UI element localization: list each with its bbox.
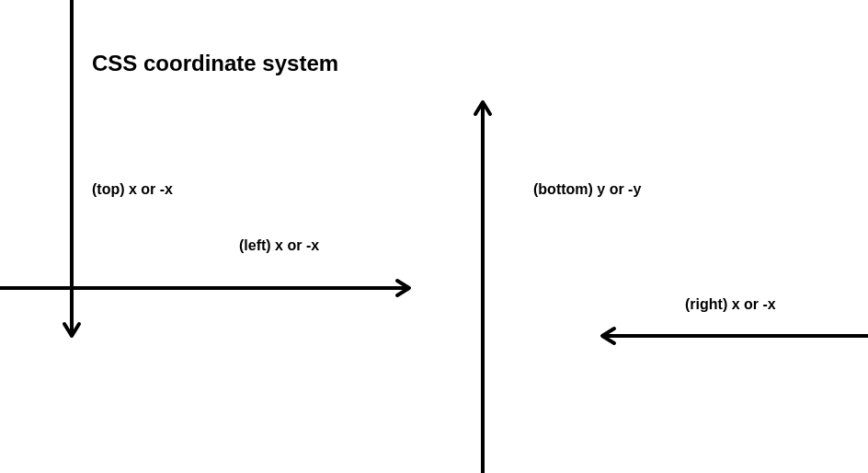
right-axis-label: (right) x or -x [685,296,776,313]
bottom-arrow-icon [474,90,492,473]
left-axis-label: (left) x or -x [239,237,319,254]
right-arrow-icon [588,327,868,345]
top-arrow-icon [63,0,81,350]
left-arrow-icon [0,279,423,297]
bottom-axis-label: (bottom) y or -y [533,181,641,198]
top-axis-label: (top) x or -x [92,181,173,198]
diagram-title: CSS coordinate system [92,51,338,76]
